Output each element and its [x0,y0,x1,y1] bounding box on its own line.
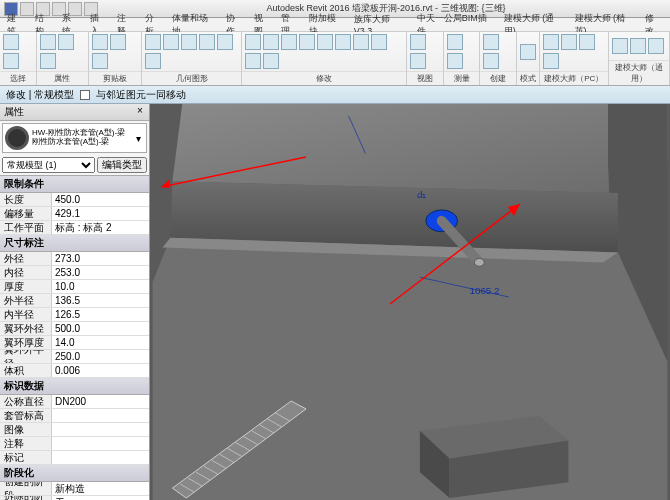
prop-group-尺寸标注[interactable]: 尺寸标注 [0,235,149,252]
prop-row[interactable]: 拆除的阶段无 [0,496,149,500]
prop-group-标识数据[interactable]: 标识数据 [0,378,149,395]
prop-row[interactable]: 翼环外径500.0 [0,322,149,336]
prop-value[interactable]: 0.006 [52,364,149,377]
ribbon-icon[interactable] [199,34,215,50]
prop-key: 翼环外径 [0,322,52,335]
ribbon-icon[interactable] [371,34,387,50]
ribbon-icon[interactable] [447,53,463,69]
prop-row[interactable]: 长度450.0 [0,193,149,207]
prop-value[interactable]: 126.5 [52,308,149,321]
prop-key: 注释 [0,437,52,450]
prop-row[interactable]: 套管标高 [0,409,149,423]
prop-row[interactable]: 内径253.0 [0,266,149,280]
prop-row[interactable]: 注释 [0,437,149,451]
ribbon-icon[interactable] [181,34,197,50]
ribbon-icon[interactable] [543,34,559,50]
ribbon-icon[interactable] [543,53,559,69]
ribbon-icon[interactable] [410,53,426,69]
ribbon-icon[interactable] [612,38,628,54]
prop-key: 偏移量 [0,207,52,220]
prop-row[interactable]: 厚度10.0 [0,280,149,294]
prop-row[interactable]: 翼环厚度14.0 [0,336,149,350]
svg-text:d₁: d₁ [417,189,427,200]
ribbon-icon[interactable] [410,34,426,50]
prop-row[interactable]: 创建的阶段新构造 [0,482,149,496]
edit-type-button[interactable]: 编辑类型 [97,157,147,173]
ribbon-icon[interactable] [92,34,108,50]
prop-value[interactable] [52,437,149,450]
ribbon-icon[interactable] [520,44,536,60]
prop-value[interactable]: 14.0 [52,336,149,349]
ribbon-icon[interactable] [92,53,108,69]
ribbon-icon[interactable] [40,53,56,69]
instance-filter-select[interactable]: 常规模型 (1) [2,157,95,173]
move-with-nearby-checkbox[interactable] [80,90,90,100]
ribbon-icon[interactable] [561,34,577,50]
type-name: HW-刚性防水套管(A型)-梁 刚性防水套管(A型)-梁 [32,129,133,147]
close-icon[interactable]: × [135,105,145,119]
prop-value[interactable]: 450.0 [52,193,149,206]
prop-value[interactable]: DN200 [52,395,149,408]
prop-value[interactable]: 273.0 [52,252,149,265]
ribbon-icon[interactable] [317,34,333,50]
ribbon-icon[interactable] [3,53,19,69]
ribbon-icon[interactable] [145,53,161,69]
prop-value[interactable]: 429.1 [52,207,149,220]
ribbon-icon[interactable] [217,34,233,50]
ribbon-icon[interactable] [58,34,74,50]
ribbon-panel-label: 视图 [407,71,443,85]
ribbon-icon[interactable] [110,34,126,50]
prop-row[interactable]: 外半径136.5 [0,294,149,308]
ribbon-panel-label: 建模大师（PC） [540,71,608,85]
prop-group-阶段化[interactable]: 阶段化 [0,465,149,482]
ribbon-panel-label: 测量 [444,71,480,85]
prop-row[interactable]: 图像 [0,423,149,437]
ribbon-panel-几何图形: 几何图形 [142,32,243,85]
prop-value[interactable]: 新构造 [52,482,149,495]
ribbon-icon[interactable] [145,34,161,50]
ribbon-icon[interactable] [648,38,664,54]
prop-value[interactable] [52,423,149,436]
ribbon-icon[interactable] [630,38,646,54]
ribbon-icon[interactable] [245,53,261,69]
ribbon-icon[interactable] [447,34,463,50]
type-selector[interactable]: HW-刚性防水套管(A型)-梁 刚性防水套管(A型)-梁 ▾ [2,123,147,153]
prop-row[interactable]: 翼环外半径250.0 [0,350,149,364]
prop-row[interactable]: 外径273.0 [0,252,149,266]
prop-value[interactable]: 136.5 [52,294,149,307]
ribbon-icon[interactable] [263,34,279,50]
prop-row[interactable]: 内半径126.5 [0,308,149,322]
prop-key: 套管标高 [0,409,52,422]
chevron-down-icon[interactable]: ▾ [136,133,144,144]
prop-row[interactable]: 公称直径DN200 [0,395,149,409]
prop-row[interactable]: 标记 [0,451,149,465]
ribbon-icon[interactable] [40,34,56,50]
prop-value[interactable]: 250.0 [52,350,149,363]
prop-value[interactable]: 500.0 [52,322,149,335]
ribbon-icon[interactable] [579,34,595,50]
ribbon-icon[interactable] [353,34,369,50]
prop-row[interactable]: 偏移量429.1 [0,207,149,221]
ribbon-icon[interactable] [281,34,297,50]
prop-value[interactable]: 10.0 [52,280,149,293]
prop-row[interactable]: 体积0.006 [0,364,149,378]
ribbon-icon[interactable] [263,53,279,69]
prop-value[interactable]: 253.0 [52,266,149,279]
prop-value[interactable]: 无 [52,496,149,500]
prop-key: 厚度 [0,280,52,293]
ribbon-icon[interactable] [299,34,315,50]
prop-value[interactable] [52,409,149,422]
ribbon-icon[interactable] [483,53,499,69]
ribbon-icon[interactable] [245,34,261,50]
ribbon-icon[interactable] [483,34,499,50]
ribbon-icon[interactable] [3,34,19,50]
ribbon-panel-创建: 创建 [480,32,517,85]
prop-row[interactable]: 工作平面标高 : 标高 2 [0,221,149,235]
prop-group-限制条件[interactable]: 限制条件 [0,176,149,193]
prop-value[interactable] [52,451,149,464]
ribbon-panel-剪贴板: 剪贴板 [89,32,142,85]
3d-viewport[interactable]: d₁ 1065.2 [150,104,670,500]
prop-value[interactable]: 标高 : 标高 2 [52,221,149,234]
ribbon-icon[interactable] [335,34,351,50]
ribbon-icon[interactable] [163,34,179,50]
